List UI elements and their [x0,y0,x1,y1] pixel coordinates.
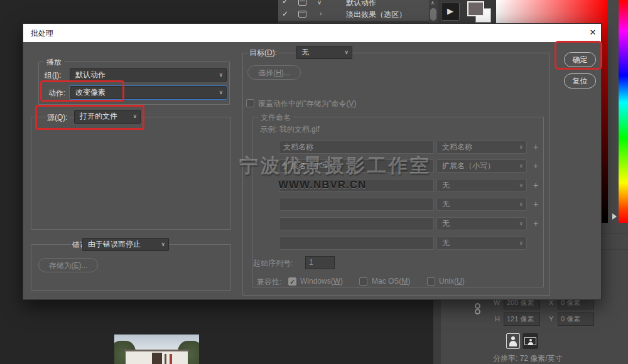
file-naming-example: 示例: 我的文档.gif [260,124,320,135]
check-icon: ✓ [290,278,295,286]
unix-label: Unix(U) [439,277,465,286]
link-dimensions-icon[interactable] [475,309,480,314]
dialog-toggle-icon[interactable] [298,11,306,18]
chevron-right-icon[interactable]: › [320,10,322,17]
add-row-icon[interactable]: + [533,218,538,228]
naming-select-6[interactable]: 无∨ [436,237,527,250]
hue-slider-indicator[interactable] [612,213,617,220]
dialog-title: 批处理 [31,28,53,39]
error-select[interactable]: 由于错误而停止 ∨ [82,238,169,251]
watermark-url: WWW.NBVR.CN [278,179,366,191]
person-icon [529,339,532,341]
person-icon [528,342,533,345]
actions-panel: ✓ ∨ 默认动作 ✓ › 淡出效果（选区） [278,0,438,23]
annotation-box-source [35,105,144,130]
naming-text-input-4[interactable] [279,198,434,211]
chevron-down-icon: ∨ [519,182,523,188]
action-row-default-actions[interactable]: ✓ ∨ 默认动作 [278,0,429,8]
chevron-down-icon: ∨ [519,220,523,227]
chevron-down-icon: ∨ [519,144,523,150]
chevron-down-icon[interactable]: ∨ [317,0,322,6]
chevron-down-icon: ∨ [519,163,523,169]
actions-scrollbar[interactable]: ∧ [429,0,438,23]
close-icon[interactable]: ✕ [587,28,598,37]
choose-button[interactable]: 选择(H)... [247,65,301,80]
source-group-box [31,117,231,230]
resolution-text: 分辨率: 72 像素/英寸 [493,353,563,364]
watermark-studio-name: 宁波优景摄影工作室 [239,153,431,179]
person-icon [509,341,517,346]
destination-select[interactable]: 无 ∨ [296,46,352,59]
chevron-down-icon: ∨ [161,241,165,247]
action-name[interactable]: 淡出效果（选区） [346,9,406,20]
set-select-value: 默认动作 [75,70,106,79]
dialog-toggle-icon[interactable] [298,0,306,6]
destination-label: 目标(D): [248,48,278,58]
naming-select-4[interactable]: 无∨ [436,198,527,211]
photoshop-screen: ✓ ∨ 默认动作 ✓ › 淡出效果（选区） ∧ ▶ W 200 像素 X 0 像… [0,0,628,364]
naming-select-2[interactable]: 扩展名（小写）∨ [436,159,527,173]
macos-label: Mac OS(M) [372,277,410,286]
reset-button[interactable]: 复位 [564,73,596,88]
save-as-button[interactable]: 存储为(E)... [38,258,98,272]
play-icon: ▶ [447,6,453,16]
compatibility-label: 兼容性: [257,277,281,287]
naming-text-input-1[interactable]: 文档名称 [279,141,434,154]
height-field[interactable]: 121 像素 [504,313,540,326]
scroll-up-icon[interactable]: ∧ [431,0,435,6]
override-save-as-checkbox[interactable] [246,99,254,107]
play-button[interactable]: ▶ [441,2,460,21]
naming-text-input-6[interactable] [279,237,434,250]
y-label: Y [549,315,553,323]
chevron-down-icon: ∨ [519,201,523,207]
play-group-label: 播放 [44,57,64,68]
unix-checkbox[interactable] [427,277,435,286]
link-dimensions-icon[interactable] [475,303,480,309]
portrait-orientation-button[interactable] [506,333,520,349]
chevron-down-icon: ∨ [219,89,223,95]
error-select-value: 由于错误而停止 [88,240,141,249]
height-label: H [495,315,500,323]
chevron-down-icon: ∨ [219,72,223,78]
serial-number-input[interactable]: 1 [305,256,335,269]
house-door [152,353,162,364]
naming-text-input-5[interactable] [279,217,434,230]
windows-checkbox[interactable]: ✓ [288,277,296,286]
add-row-icon[interactable]: + [533,142,538,152]
document-thumbnail-house [114,335,199,364]
naming-select-3[interactable]: 无∨ [436,179,527,192]
chevron-down-icon: ∨ [519,240,523,246]
dialog-titlebar[interactable]: 批处理 ✕ [23,24,601,42]
override-save-as-label: 覆盖动作中的"存储为"命令(V) [258,99,357,109]
hue-slider[interactable] [619,0,628,223]
landscape-orientation-button[interactable] [522,333,538,349]
landscape-frame-icon [524,337,536,345]
annotation-box-action [40,80,124,102]
scrollbar-thumb[interactable] [430,8,436,21]
set-select[interactable]: 默认动作 ∨ [70,68,227,82]
add-row-icon[interactable]: + [533,180,538,190]
add-row-icon[interactable]: + [533,161,538,171]
set-label: 组(I): [45,70,62,81]
file-naming-label: 文件命名 [258,112,293,123]
naming-select-5[interactable]: 无∨ [436,217,527,230]
y-field[interactable]: 0 像素 [558,313,594,326]
action-enabled-check-icon[interactable]: ✓ [282,0,288,6]
windows-label: Windows(W) [300,277,343,286]
person-icon [511,336,515,340]
house-accent [165,354,166,364]
macos-checkbox[interactable] [359,277,367,286]
add-row-icon[interactable]: + [533,199,538,209]
transform-panel: W 200 像素 X 0 像素 H 121 像素 Y 0 像素 分辨率: 72 … [433,289,628,364]
action-enabled-check-icon[interactable]: ✓ [282,9,288,18]
serial-number-label: 起始序列号: [253,258,293,269]
naming-select-1[interactable]: 文档名称∨ [436,141,527,154]
action-row-fade-effect[interactable]: ✓ › 淡出效果（选区） [278,8,429,21]
house-accent-red [170,354,172,364]
chevron-down-icon: ∨ [344,49,349,55]
tools-strip: ▶ [438,0,496,23]
foreground-color-swatch[interactable] [467,1,484,16]
destination-select-value: 无 [301,48,309,56]
annotation-box-ok [555,41,602,70]
